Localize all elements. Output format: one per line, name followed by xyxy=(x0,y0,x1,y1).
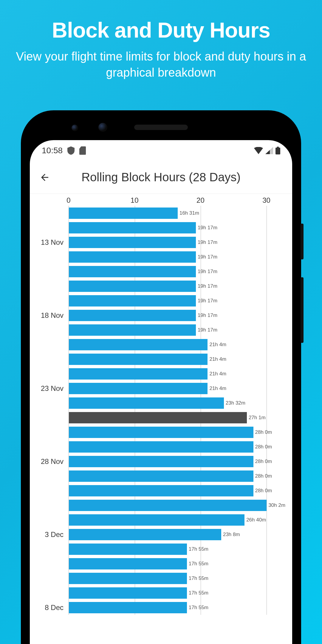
bar: 17h 55m xyxy=(69,587,187,599)
bar-value-label: 16h 31m xyxy=(179,210,199,216)
bar: 21h 4m xyxy=(69,339,208,350)
bar-row[interactable]: 26h 40m xyxy=(69,513,286,527)
bar-value-label: 19h 17m xyxy=(198,239,217,245)
bar: 19h 17m xyxy=(69,266,196,277)
bar: 17h 55m xyxy=(69,544,187,555)
bar-row[interactable]: 13 Nov19h 17m xyxy=(69,235,286,250)
bar-row[interactable]: 28h 0m xyxy=(69,425,286,439)
bar-value-label: 28h 0m xyxy=(255,459,272,465)
bar-row[interactable]: 17h 55m xyxy=(69,586,286,600)
y-tick: 18 Nov xyxy=(41,311,64,320)
bar-row[interactable]: 23 Nov21h 4m xyxy=(69,381,286,396)
bar-value-label: 21h 4m xyxy=(209,356,226,362)
phone-camera xyxy=(72,125,78,131)
bar-row[interactable]: 19h 17m xyxy=(69,323,286,337)
bar-row[interactable]: 8 Dec17h 55m xyxy=(69,600,286,615)
bar-value-label: 17h 55m xyxy=(189,546,208,552)
bar-row[interactable]: 17h 55m xyxy=(69,556,286,571)
bar-value-label: 19h 17m xyxy=(198,298,217,304)
phone-speaker xyxy=(134,125,188,130)
bar-row[interactable]: 17h 55m xyxy=(69,571,286,586)
bar-row[interactable]: 23h 32m xyxy=(69,396,286,410)
bar-row[interactable]: 21h 4m xyxy=(69,366,286,381)
bar: 19h 17m xyxy=(69,324,196,336)
promo-header: Block and Duty Hours View your flight ti… xyxy=(0,0,322,92)
bar-value-label: 17h 55m xyxy=(189,575,208,581)
bar-row[interactable]: 3 Dec23h 8m xyxy=(69,527,286,542)
bar-row[interactable]: 28h 0m xyxy=(69,439,286,454)
bar: 19h 17m xyxy=(69,237,196,248)
promo-subtitle: View your flight time limits for block a… xyxy=(12,48,310,80)
bar-value-label: 21h 4m xyxy=(209,371,226,377)
bar-row[interactable]: 19h 17m xyxy=(69,293,286,308)
page-title: Rolling Block Hours (28 Days) xyxy=(54,171,268,184)
bar-value-label: 21h 4m xyxy=(209,342,226,348)
bar-value-label: 19h 17m xyxy=(198,225,217,231)
bar: 19h 17m xyxy=(69,281,196,292)
bar-value-label: 21h 4m xyxy=(209,386,226,391)
bar: 28h 0m xyxy=(69,470,253,482)
y-tick: 13 Nov xyxy=(41,238,64,247)
back-button[interactable] xyxy=(36,168,54,186)
bar: 28h 0m xyxy=(69,427,253,438)
svg-rect-1 xyxy=(275,148,280,154)
bar-row[interactable]: 19h 17m xyxy=(69,220,286,235)
bar-value-label: 17h 55m xyxy=(189,605,208,611)
bar: 19h 17m xyxy=(69,251,196,263)
svg-rect-0 xyxy=(277,147,279,148)
cellular-icon xyxy=(265,147,273,154)
bar-row[interactable]: 19h 17m xyxy=(69,279,286,293)
arrow-left-icon xyxy=(39,172,50,183)
bar-value-label: 17h 55m xyxy=(189,590,208,596)
status-left: 10:58 xyxy=(42,146,86,155)
bar: 17h 55m xyxy=(69,573,187,584)
bar-row[interactable]: 19h 17m xyxy=(69,264,286,279)
bar: 16h 31m xyxy=(69,208,178,219)
bar-row[interactable]: 21h 4m xyxy=(69,337,286,352)
y-tick: 28 Nov xyxy=(41,457,64,466)
bar: 21h 4m xyxy=(69,383,208,394)
bar: 28h 0m xyxy=(69,485,253,496)
x-tick: 30 xyxy=(262,196,270,205)
phone-side-button xyxy=(301,224,304,259)
bar-value-label: 23h 32m xyxy=(226,400,245,406)
phone-side-button xyxy=(301,277,304,343)
bar-row[interactable]: 17h 55m xyxy=(69,542,286,556)
x-tick: 10 xyxy=(131,196,139,205)
status-time: 10:58 xyxy=(42,146,63,155)
phone-frame: 10:58 xyxy=(21,110,301,644)
phone-screen: 10:58 xyxy=(30,140,292,644)
bar: 26h 40m xyxy=(69,514,244,526)
bar: 19h 17m xyxy=(69,310,196,321)
bar-value-label: 30h 2m xyxy=(268,502,285,508)
bar: 19h 17m xyxy=(69,295,196,306)
bar-row[interactable]: 28h 0m xyxy=(69,469,286,483)
y-tick: 3 Dec xyxy=(45,530,64,539)
bar-row[interactable]: 16h 31m xyxy=(69,206,286,220)
chart[interactable]: 0102030 16h 31m19h 17m13 Nov19h 17m19h 1… xyxy=(30,194,292,615)
promo-title: Block and Duty Hours xyxy=(12,18,310,42)
x-tick: 0 xyxy=(66,196,70,205)
bar-value-label: 19h 17m xyxy=(198,269,217,275)
wifi-icon xyxy=(254,147,263,154)
shield-icon xyxy=(67,146,75,155)
y-tick: 23 Nov xyxy=(41,384,64,393)
x-axis: 0102030 xyxy=(69,194,286,206)
bar-row[interactable]: 19h 17m xyxy=(69,250,286,264)
bar-row[interactable]: 28h 0m xyxy=(69,483,286,498)
bar-row[interactable]: 27h 1m xyxy=(69,410,286,425)
plot-area: 16h 31m19h 17m13 Nov19h 17m19h 17m19h 17… xyxy=(69,206,286,615)
bar-row[interactable]: 28 Nov28h 0m xyxy=(69,454,286,469)
bar-row[interactable]: 18 Nov19h 17m xyxy=(69,308,286,323)
bar-row[interactable]: 21h 4m xyxy=(69,352,286,366)
bar-value-label: 28h 0m xyxy=(255,429,272,435)
bar-value-label: 19h 17m xyxy=(198,283,217,289)
status-bar: 10:58 xyxy=(30,140,292,161)
bar-value-label: 19h 17m xyxy=(198,254,217,260)
bar-value-label: 17h 55m xyxy=(189,561,208,567)
bar: 21h 4m xyxy=(69,368,208,380)
bar-row[interactable]: 30h 2m xyxy=(69,498,286,513)
bar: 23h 32m xyxy=(69,397,224,409)
bar: 30h 2m xyxy=(69,500,267,511)
bar: 17h 55m xyxy=(69,558,187,569)
